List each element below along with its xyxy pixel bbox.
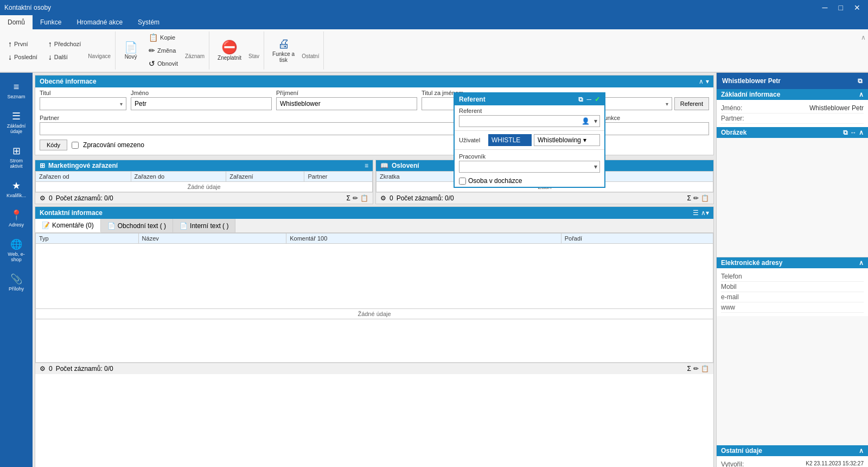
elektronicke-header[interactable]: Elektronické adresy ∧: [717, 257, 868, 268]
obrazek-collapse-icon[interactable]: ∧: [859, 129, 864, 136]
sigma-icon-m[interactable]: Σ: [347, 194, 350, 202]
minimize-button[interactable]: ─: [819, 3, 831, 12]
collapse-up-icon[interactable]: ∧: [699, 78, 704, 85]
window-controls: ─ □ ✕: [819, 3, 864, 12]
obrazek-header[interactable]: Obrázek ⧉ ↔ ∧: [717, 127, 868, 138]
sidebar-item-web[interactable]: 🌐 Web, e-shop: [2, 234, 31, 267]
sidebar-item-kvalifik[interactable]: ★ Kvalifik...: [2, 175, 31, 203]
btn-predchozi[interactable]: ↑ Předchozí: [44, 38, 85, 50]
referent-minimize-icon[interactable]: ─: [586, 96, 591, 103]
elektronicke-collapse-icon[interactable]: ∧: [859, 259, 864, 267]
uzivatel-input[interactable]: WHISTLE: [488, 134, 532, 146]
btn-dalsi-label: Další: [54, 54, 68, 60]
kontaktni-down-icon[interactable]: ▾: [706, 209, 709, 217]
btn-obnovit[interactable]: ↺ Obnovit: [145, 58, 182, 70]
kontaktni-actions: Σ ✏ 📋: [687, 365, 709, 373]
tab-domu[interactable]: Domů: [0, 15, 33, 29]
tab-system[interactable]: Systém: [130, 15, 167, 29]
marketingove-no-data: Žádné údaje: [36, 182, 373, 192]
sidebar-item-zakladni[interactable]: ☰ Základní údaje: [2, 106, 31, 138]
referent-confirm-icon[interactable]: ✓: [595, 96, 600, 103]
zakladni-info-header[interactable]: Základní informace ∧: [717, 89, 868, 100]
export-icon-k[interactable]: 📋: [701, 365, 709, 373]
tab-komentare-label: Komentáře (0): [52, 222, 94, 229]
tab-obchodni[interactable]: 📄 Obchodní text ( ): [101, 219, 173, 232]
btn-prvni[interactable]: ↑ První: [4, 38, 41, 50]
mobil-label: Mobil: [721, 283, 737, 291]
zpracovani-checkbox[interactable]: [72, 142, 79, 149]
uzivatel-dropdown[interactable]: Whistleblowing ▾: [534, 134, 600, 146]
right-panel-open-icon[interactable]: ⧉: [858, 77, 863, 85]
referent-open-icon[interactable]: ⧉: [578, 96, 583, 103]
collapse-icon[interactable]: ▾: [706, 78, 709, 85]
prijmeni-input[interactable]: [276, 97, 417, 110]
btn-zneplatnit[interactable]: ⛔ Zneplatnit: [214, 38, 245, 64]
sidebar-item-seznam[interactable]: ≡ Seznam: [2, 77, 31, 104]
btn-funkce-tisk[interactable]: 🖨 Funkce atisk: [269, 35, 298, 66]
funkce-dropdown[interactable]: [601, 122, 709, 135]
tab-obchodni-label: Obchodní text ( ): [118, 222, 166, 230]
btn-posledni[interactable]: ↓ Poslední: [4, 51, 41, 63]
sidebar-item-prilohy[interactable]: 📎 Přílohy: [2, 269, 31, 296]
ribbon-tabs: Domů Funkce Hromadné akce Systém: [0, 15, 868, 29]
edit-icon-o[interactable]: ✏: [693, 194, 699, 202]
referent-button[interactable]: Referent: [674, 97, 709, 110]
tab-interni[interactable]: 📄 Interní text ( ): [173, 219, 235, 232]
doc-icon-1: 📄: [107, 222, 116, 230]
zneplatnit-icon: ⛔: [221, 41, 238, 54]
referent-person-icon[interactable]: 👤: [579, 117, 592, 125]
www-field: www: [721, 302, 864, 313]
sidebar-item-adresy[interactable]: 📍 Adresy: [2, 205, 31, 232]
marketingove-menu-icon[interactable]: ≡: [365, 162, 368, 169]
ostatni-collapse-icon[interactable]: ∧: [859, 447, 864, 455]
adresy-icon: 📍: [10, 209, 22, 221]
zakladni-collapse-icon[interactable]: ∧: [859, 91, 864, 98]
titul-dropdown[interactable]: ▾: [40, 97, 126, 110]
edit-icon-m[interactable]: ✏: [353, 194, 358, 202]
sidebar-item-strom[interactable]: ⊞ Strom aktivit: [2, 141, 31, 173]
tab-funkce[interactable]: Funkce: [33, 15, 69, 29]
obrazek-expand-icon[interactable]: ↔: [850, 129, 857, 136]
ostatni-header[interactable]: Ostatní údaje ∧: [717, 445, 868, 456]
btn-dalsi[interactable]: ↓ Další: [44, 51, 85, 63]
kontaktni-section: Kontaktní informace ☰ ∧ ▾ 📝 Komentáře (0…: [35, 206, 714, 467]
export-icon-o[interactable]: 📋: [701, 194, 709, 202]
kody-button[interactable]: Kódy: [40, 140, 67, 150]
btn-novy[interactable]: 📄 Nový: [120, 39, 142, 62]
ribbon-group-stav: ⛔ Zneplatnit Stav: [209, 31, 264, 70]
btn-kopie[interactable]: 📋 Kopie: [145, 31, 182, 43]
osoba-checkbox-row: Osoba v docházce: [455, 175, 604, 187]
obrazek-title: Obrázek: [721, 129, 746, 136]
close-button[interactable]: ✕: [851, 3, 864, 12]
ostatni-content: Vytvořil: K2 23.11.2023 15:32:27 Změnil:…: [717, 456, 868, 467]
sigma-icon-k[interactable]: Σ: [687, 365, 691, 373]
kontaktni-up-icon[interactable]: ∧: [701, 209, 706, 217]
ribbon-collapse-btn[interactable]: ∧: [859, 31, 868, 43]
osoba-label: Osoba v docházce: [468, 177, 522, 185]
filter-icon[interactable]: ☰: [693, 209, 699, 217]
pracovnik-arrow-icon[interactable]: ▾: [592, 163, 599, 171]
osloveni-actions: Σ ✏ 📋: [687, 194, 709, 202]
right-jmeno-label: Jméno:: [721, 104, 742, 112]
btn-zmena[interactable]: ✏ Změna: [145, 45, 182, 56]
print-icon: 🖨: [278, 38, 290, 50]
jmeno-input[interactable]: [131, 97, 272, 110]
title-bar: Kontaktní osoby ─ □ ✕: [0, 0, 868, 15]
sidebar: ≡ Seznam ☰ Základní údaje ⊞ Strom aktivi…: [0, 73, 33, 467]
marketingove-table: Zařazen od Zařazen do Zařazení Partner Ž…: [35, 171, 373, 192]
obecne-header[interactable]: Obecné informace ∧ ▾: [35, 75, 713, 87]
popup-divider-1: [455, 130, 604, 131]
obrazek-icons: ⧉ ↔ ∧: [843, 129, 864, 136]
sigma-icon-o[interactable]: Σ: [687, 194, 691, 202]
tab-komentare[interactable]: 📝 Komentáře (0): [35, 219, 101, 232]
referent-dropdown-icon[interactable]: ▾: [592, 117, 599, 125]
osoba-checkbox[interactable]: [459, 178, 466, 185]
ribbon: Domů Funkce Hromadné akce Systém ↑ První…: [0, 15, 868, 73]
export-icon-m[interactable]: 📋: [360, 194, 368, 202]
osloveni-sumbar: ⚙ 0 Počet záznamů: 0/0 Σ ✏ 📋: [376, 192, 713, 204]
tab-hromadne[interactable]: Hromadné akce: [69, 15, 130, 29]
kontaktni-header[interactable]: Kontaktní informace ☰ ∧ ▾: [35, 207, 713, 219]
obrazek-open-icon[interactable]: ⧉: [843, 129, 848, 136]
maximize-button[interactable]: □: [835, 3, 846, 12]
edit-icon-k[interactable]: ✏: [693, 365, 699, 373]
